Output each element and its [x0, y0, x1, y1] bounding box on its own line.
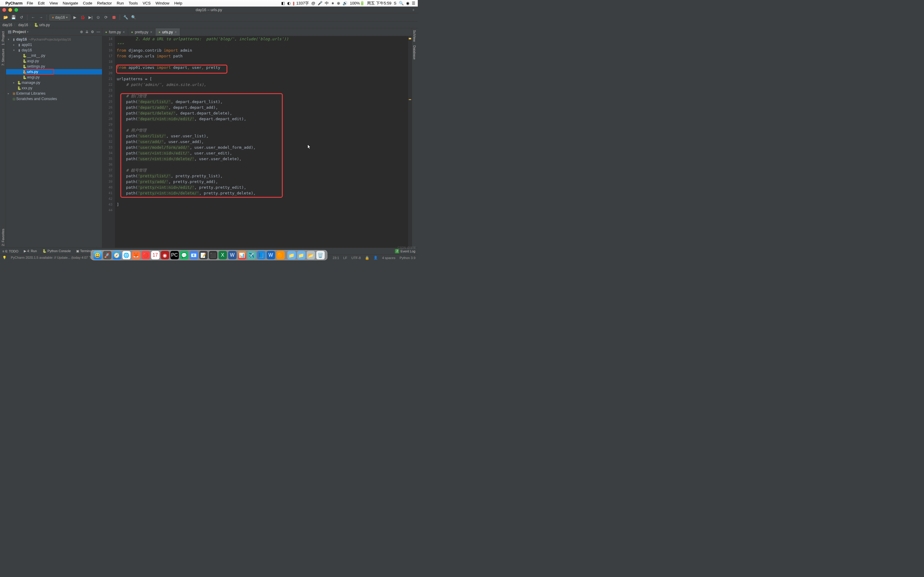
code-line-36[interactable]	[117, 162, 408, 168]
code-line-27[interactable]: path('depart/delete/', depart.depart_del…	[117, 110, 408, 116]
dock-safari[interactable]: 🧭	[113, 251, 121, 259]
code-line-28[interactable]: path('depart/<int:nid>/edit/', depart.de…	[117, 116, 408, 122]
dock-app3[interactable]: 📧	[189, 251, 198, 259]
code-line-23[interactable]	[117, 87, 408, 93]
bottom-run[interactable]: ▶ 4: Run	[24, 249, 37, 253]
dock-app1[interactable]: 🔴	[141, 251, 150, 259]
dock-chrome[interactable]: 🌐	[122, 251, 131, 259]
status-circle-icon[interactable]: ◐	[287, 1, 291, 5]
tree-arrow-icon[interactable]: ▸	[13, 43, 17, 46]
code-line-25[interactable]: path('depart/list/', depart.depart_list)…	[117, 99, 408, 105]
window-maximize-button[interactable]	[15, 8, 18, 12]
toolbar-attach-icon[interactable]: ⟳	[103, 14, 110, 21]
warning-marker[interactable]	[409, 38, 411, 39]
dock-app7[interactable]: W	[267, 251, 275, 259]
code-line-29[interactable]	[117, 122, 408, 127]
code-line-42[interactable]	[117, 196, 408, 201]
tree-row-xxx-py[interactable]: 🐍xxx.py	[6, 85, 102, 91]
menu-edit[interactable]: Edit	[38, 1, 45, 5]
code-line-39[interactable]: path('pretty/add/', pretty.pretty_add),	[117, 179, 408, 185]
code-line-37[interactable]: # 靓号管理	[117, 168, 408, 173]
bottom-terminal[interactable]: ▣ Terminal	[76, 249, 92, 253]
menu-vcs[interactable]: VCS	[142, 1, 151, 5]
code-line-20[interactable]	[117, 70, 408, 76]
tree-arrow-icon[interactable]: ▾	[8, 38, 11, 41]
toolbar-save-icon[interactable]: 💾	[10, 14, 17, 21]
tree-row-Scratches-and-Consoles[interactable]: ⊡Scratches and Consoles	[6, 96, 102, 102]
right-tab-database[interactable]: Database	[412, 44, 417, 61]
status-datetime[interactable]: 周五 下午5:59	[367, 1, 391, 6]
bottom-todo[interactable]: ≡ 6: TODO	[2, 250, 18, 253]
close-icon[interactable]: ×	[175, 30, 177, 34]
code-line-35[interactable]: path('user/<int:nid>/delete/', user.user…	[117, 156, 408, 162]
tree-row-day16[interactable]: ▾▮day16~/PycharmProjects/gx/day16	[6, 37, 102, 42]
crumb-2[interactable]: urls.py	[39, 23, 50, 27]
status-encoding[interactable]: UTF-8	[351, 256, 361, 259]
project-hide-icon[interactable]: —	[97, 30, 100, 34]
status-lock-icon[interactable]: 🔒	[365, 256, 369, 260]
code-line-38[interactable]: path('pretty/list/', pretty.pretty_list)…	[117, 173, 408, 179]
code-line-14[interactable]: 2. Add a URL to urlpatterns: path('blog/…	[117, 36, 408, 42]
code-line-34[interactable]: path('user/<int:nid>/edit/', user.user_e…	[117, 150, 408, 156]
code-line-17[interactable]: from django.urls import path	[117, 53, 408, 59]
toolbar-search-icon[interactable]: 🔍	[130, 14, 137, 21]
toolbar-forward-icon[interactable]: →	[37, 14, 44, 21]
toolbar-wrench-icon[interactable]: 🔧	[123, 14, 129, 21]
menu-help[interactable]: Help	[174, 1, 182, 5]
toolbar-run-icon[interactable]: ▶	[71, 14, 78, 21]
tree-row-wsgi-py[interactable]: 🐍wsgi.py	[6, 74, 102, 80]
tree-arrow-icon[interactable]: ▸	[13, 81, 17, 84]
status-volume-icon[interactable]: 🔊	[342, 1, 347, 5]
code-area[interactable]: 2. Add a URL to urlpatterns: path('blog/…	[115, 36, 408, 248]
dock-finder[interactable]: 😀	[93, 251, 102, 259]
left-tab-structure[interactable]: 7: Structure	[1, 47, 5, 68]
toolbar-stop-icon[interactable]	[111, 14, 117, 21]
tree-row-__init__-py[interactable]: 🐍__init__.py	[6, 53, 102, 58]
menu-tools[interactable]: Tools	[129, 1, 138, 5]
menu-refactor[interactable]: Refactor	[97, 1, 112, 5]
code-line-21[interactable]: urlpatterns = [	[117, 76, 408, 82]
status-cn-icon[interactable]: 中	[325, 1, 329, 6]
code-line-16[interactable]: from django.contrib import admin	[117, 47, 408, 53]
dock-folder1[interactable]: 📁	[287, 251, 296, 259]
window-minimize-button[interactable]	[8, 8, 12, 12]
right-tab-sciview[interactable]: SciView	[412, 28, 417, 44]
status-spotlight-icon[interactable]: 🔍	[399, 1, 404, 5]
code-line-18[interactable]	[117, 59, 408, 64]
dock-firefox[interactable]: 🦊	[132, 251, 140, 259]
toolbar-coverage-icon[interactable]: ▶|	[87, 14, 94, 21]
dock-app6[interactable]: 📘	[257, 251, 265, 259]
code-line-15[interactable]: """	[117, 42, 408, 47]
menu-code[interactable]: Code	[83, 1, 92, 5]
status-battery[interactable]: 100% 🔋	[350, 1, 365, 5]
window-plus-icon[interactable]: ＋	[412, 7, 415, 13]
status-interpreter[interactable]: Python 3.9	[399, 256, 415, 259]
code-line-26[interactable]: path('depart/add/', depart.depart_add),	[117, 105, 408, 110]
status-at-icon[interactable]: @	[311, 1, 315, 5]
status-line-sep[interactable]: LF	[343, 256, 347, 259]
menu-window[interactable]: Window	[155, 1, 170, 5]
tree-row-day16[interactable]: ▾▮day16	[6, 47, 102, 53]
code-line-22[interactable]: # path('admin/', admin.site.urls),	[117, 82, 408, 87]
code-line-43[interactable]: ]	[117, 201, 408, 207]
close-icon[interactable]: ×	[123, 30, 125, 34]
code-line-24[interactable]: # 部门管理	[117, 93, 408, 99]
status-screen-icon[interactable]: ◧	[281, 1, 285, 5]
left-tab-favorites[interactable]: 2: Favorites	[1, 227, 5, 248]
toolbar-profile-icon[interactable]: ⊙	[95, 14, 102, 21]
dock-pycharm[interactable]: PC	[170, 251, 179, 259]
status-indent[interactable]: 4 spaces	[382, 256, 395, 259]
status-message[interactable]: PyCharm 2020.1.5 available: // Update...…	[11, 255, 97, 260]
project-tree[interactable]: ▾▮day16~/PycharmProjects/gx/day16▸▮app01…	[6, 35, 102, 248]
toolbar-back-icon[interactable]: ←	[30, 14, 36, 21]
status-siri-icon[interactable]: ◉	[406, 1, 409, 5]
dock-sublime[interactable]: 📝	[199, 251, 208, 259]
editor-right-gutter[interactable]	[408, 36, 412, 248]
tree-row-settings-py[interactable]: 🐍settings.py	[6, 64, 102, 69]
tree-row-asgi-py[interactable]: 🐍asgi.py	[6, 58, 102, 64]
project-header-title[interactable]: Project	[13, 29, 26, 34]
menu-run[interactable]: Run	[117, 1, 124, 5]
macos-dock[interactable]: 😀 🚀 🧭 🌐 🦊 🔴 17 ◉ PC 💬 📧 📝 ⬛ X W 📊 ✈️ 📘 W…	[90, 250, 327, 260]
editor-tab-urls-py[interactable]: ●urls.py×	[155, 28, 180, 36]
app-name-menu[interactable]: PyCharm	[5, 1, 23, 5]
